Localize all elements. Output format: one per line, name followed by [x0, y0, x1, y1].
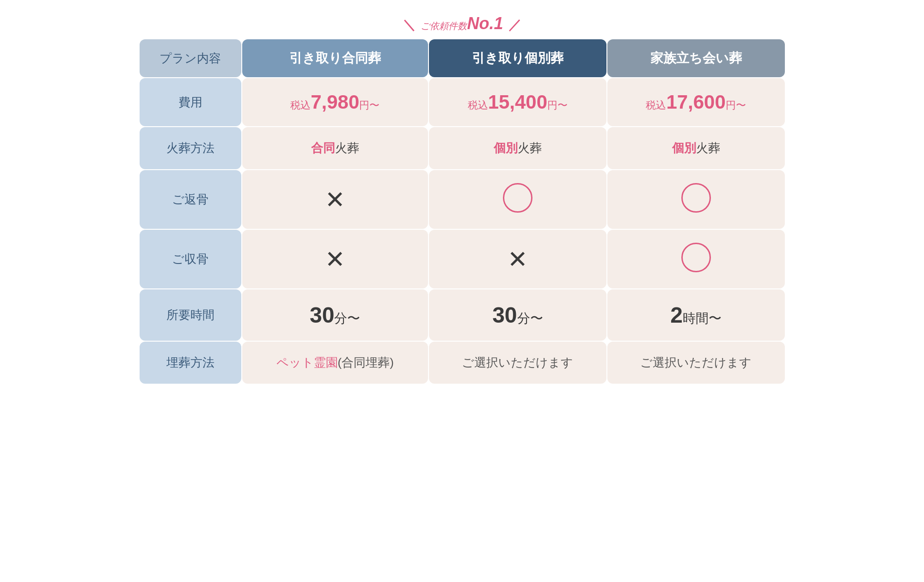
collect-bones-plan2: ✕: [429, 230, 606, 288]
circle-icon-3: [681, 243, 711, 272]
cross-icon-1: ✕: [325, 186, 345, 213]
row-cremation: 火葬方法 合同火葬 個別火葬 個別火葬: [140, 127, 785, 169]
label-return-bones: ご返骨: [140, 170, 241, 229]
row-cost: 費用 税込7,980円〜 税込15,400円〜 税込17,600円〜: [140, 78, 785, 126]
cost-plan3: 税込17,600円〜: [607, 78, 785, 126]
burial-plan2: ご選択いただけます: [429, 342, 606, 384]
collect-bones-plan1: ✕: [242, 230, 428, 288]
header-plan2-cell: 引き取り個別葬: [429, 39, 606, 77]
header-row: プラン内容 引き取り合同葬 引き取り個別葬 家族立ち会い葬: [140, 39, 785, 77]
row-collect-bones: ご収骨 ✕ ✕: [140, 230, 785, 288]
header-plan1-cell: 引き取り合同葬: [242, 39, 428, 77]
cost-plan2: 税込15,400円〜: [429, 78, 606, 126]
cremation-plan1: 合同火葬: [242, 127, 428, 169]
cost-plan1: 税込7,980円〜: [242, 78, 428, 126]
cremation-plan3: 個別火葬: [607, 127, 785, 169]
return-bones-plan1: ✕: [242, 170, 428, 229]
cross-icon-2: ✕: [325, 246, 345, 273]
row-burial: 埋葬方法 ペット霊園(合同埋葬) ご選択いただけます ご選択いただけます: [140, 342, 785, 384]
return-bones-plan3: [607, 170, 785, 229]
label-cost: 費用: [140, 78, 241, 126]
header-plan3-cell: 家族立ち会い葬: [607, 39, 785, 77]
circle-icon-1: [503, 183, 532, 213]
no1-badge-text: ご依頼件数No.1: [403, 14, 522, 34]
label-time: 所要時間: [140, 289, 241, 341]
page-wrapper: ご依頼件数No.1 プラン内容 引き取り合同葬 引き取り個別葬 家族立ち会い葬: [139, 14, 786, 385]
row-time: 所要時間 30分〜 30分〜 2時間〜: [140, 289, 785, 341]
label-burial: 埋葬方法: [140, 342, 241, 384]
time-plan2: 30分〜: [429, 289, 606, 341]
header-label-cell: プラン内容: [140, 39, 241, 77]
circle-icon-2: [681, 183, 711, 213]
label-cremation: 火葬方法: [140, 127, 241, 169]
row-return-bones: ご返骨 ✕: [140, 170, 785, 229]
no1-badge: ご依頼件数No.1: [139, 14, 786, 34]
time-plan3: 2時間〜: [607, 289, 785, 341]
label-collect-bones: ご収骨: [140, 230, 241, 288]
burial-plan1: ペット霊園(合同埋葬): [242, 342, 428, 384]
no1-label: ご依頼件数: [421, 21, 467, 31]
no1-number: No.1: [467, 14, 503, 33]
return-bones-plan2: [429, 170, 606, 229]
cross-icon-3: ✕: [508, 246, 528, 273]
burial-plan3: ご選択いただけます: [607, 342, 785, 384]
cremation-plan2: 個別火葬: [429, 127, 606, 169]
comparison-table: プラン内容 引き取り合同葬 引き取り個別葬 家族立ち会い葬 費用: [139, 38, 786, 385]
time-plan1: 30分〜: [242, 289, 428, 341]
collect-bones-plan3: [607, 230, 785, 288]
